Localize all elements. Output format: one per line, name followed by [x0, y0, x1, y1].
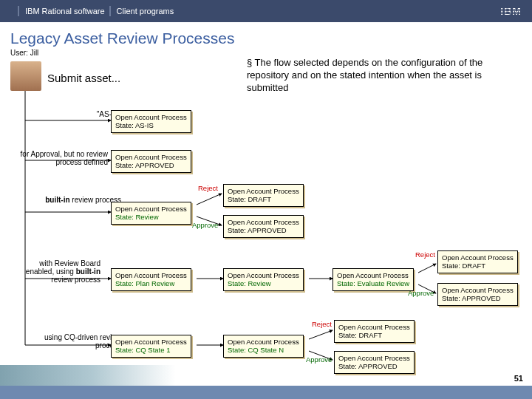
node-board-3: Open Account Process State: Evaluate Rev… — [332, 268, 414, 291]
node-title: Open Account Process — [228, 187, 299, 195]
node-cq-2: Open Account Process State: CQ State N — [223, 335, 304, 358]
row-label-approval: for Approval, but no review process defi… — [19, 150, 108, 166]
footer-bar — [0, 386, 532, 399]
node-state: State: Plan Review — [115, 279, 187, 287]
top-bar: IBM Rational software Client programs IB… — [0, 0, 532, 22]
node-state: State: CQ State 1 — [115, 346, 187, 354]
page-number: 51 — [514, 374, 523, 383]
node-title: Open Account Process — [228, 218, 299, 226]
node-state: State: APPROVED — [442, 294, 514, 302]
node-title: Open Account Process — [442, 286, 514, 294]
node-state: State: APPROVED — [338, 362, 410, 370]
node-title: Open Account Process — [115, 271, 187, 279]
edge-approve: Approve — [408, 289, 434, 297]
edge-reject: Reject — [415, 250, 435, 259]
node-state: State: AS-IS — [115, 121, 187, 129]
row-label-builtin: built-in review process — [33, 196, 121, 204]
footer-image — [0, 365, 185, 386]
row-label-board: with Review Board enabled, using built-i… — [21, 259, 100, 284]
node-approval: Open Account Process State: APPROVED — [111, 150, 191, 173]
row-label-asis: "AS-IS" — [33, 110, 121, 118]
node-state: State: DRAFT — [338, 331, 410, 339]
node-cq-1: Open Account Process State: CQ State 1 — [111, 335, 191, 358]
node-title: Open Account Process — [228, 271, 299, 279]
node-state: State: DRAFT — [442, 262, 514, 270]
node-state: State: CQ State N — [228, 346, 299, 354]
page-title: Legacy Asset Review Processes — [0, 22, 532, 49]
node-asis: Open Account Process State: AS-IS — [111, 110, 191, 133]
node-builtin-1: Open Account Process State: Review — [111, 202, 191, 225]
node-cq-reject: Open Account Process State: DRAFT — [334, 320, 415, 343]
node-title: Open Account Process — [338, 354, 410, 362]
node-builtin-reject: Open Account Process State: DRAFT — [223, 184, 304, 207]
node-title: Open Account Process — [115, 153, 187, 161]
node-state: State: APPROVED — [115, 161, 187, 169]
node-board-2: Open Account Process State: Review — [223, 268, 304, 291]
node-title: Open Account Process — [115, 338, 187, 346]
node-board-1: Open Account Process State: Plan Review — [111, 268, 191, 291]
row-label-cq: using CQ-driven review process — [33, 333, 121, 349]
node-builtin-approve: Open Account Process State: APPROVED — [223, 215, 304, 238]
node-title: Open Account Process — [115, 205, 187, 213]
node-state: State: DRAFT — [228, 195, 299, 203]
node-title: Open Account Process — [228, 338, 299, 346]
topbar-left: IBM Rational software — [25, 7, 105, 16]
edge-reject: Reject — [312, 320, 332, 328]
user-label: User: Jill — [0, 49, 532, 57]
edge-approve: Approve — [192, 221, 218, 229]
edge-reject: Reject — [198, 184, 218, 192]
ibm-logo: IBM — [500, 5, 522, 17]
node-title: Open Account Process — [115, 113, 187, 121]
edge-approve: Approve — [306, 355, 332, 364]
node-board-reject: Open Account Process State: DRAFT — [437, 250, 518, 273]
submit-label: Submit asset... — [47, 72, 120, 84]
node-state: State: Review — [115, 213, 187, 221]
diagram-canvas: The flow selected depends on the configu… — [0, 57, 532, 382]
node-state: State: Evaluate Review — [337, 279, 409, 287]
node-title: Open Account Process — [442, 253, 514, 262]
node-state: State: APPROVED — [228, 226, 299, 234]
node-state: State: Review — [228, 279, 299, 287]
node-cq-approve: Open Account Process State: APPROVED — [334, 351, 415, 374]
node-board-approve: Open Account Process State: APPROVED — [437, 283, 518, 306]
node-title: Open Account Process — [338, 323, 410, 331]
node-title: Open Account Process — [337, 271, 409, 279]
bullet-text: The flow selected depends on the configu… — [247, 57, 520, 95]
topbar-right: Client programs — [117, 7, 174, 16]
avatar — [10, 61, 41, 91]
